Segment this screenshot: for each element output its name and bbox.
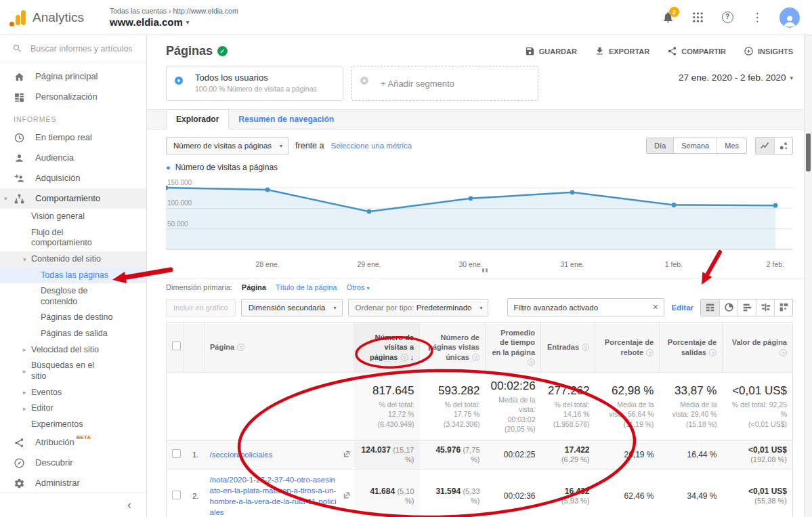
segment-all-users[interactable]: Todos los usuarios 100,00 % Número de vi… (166, 66, 343, 101)
advanced-filter-chip[interactable]: Filtro avanzado activado ✕ (507, 298, 664, 316)
sidebar-item-desglose-de-contenido[interactable]: Desglose de contenido (0, 283, 146, 310)
sidebar-item-paginas-de-salida[interactable]: Páginas de salida (0, 326, 146, 342)
add-segment-button[interactable]: + Añadir segmento (351, 66, 538, 101)
summary-entrances: 277.262% del total: 14,16 % (1.958.576) (541, 373, 595, 440)
column-header-entrances[interactable]: Entradas? (541, 323, 595, 373)
sidebar-item-contenido-del-sitio[interactable]: ▾Contenido del sitio (0, 251, 146, 268)
export-label: EXPORTAR (609, 47, 649, 56)
sidebar-item-flujo-del-comportamiento[interactable]: Flujo del comportamiento (0, 225, 146, 251)
motion-chart-toggle[interactable] (774, 138, 792, 154)
column-header-bounce-rate[interactable]: Porcentaje de rebote? (595, 323, 660, 373)
sidebar-item-paginas-de-destino[interactable]: Páginas de destino (0, 310, 146, 326)
pivot-view-button[interactable] (774, 299, 792, 316)
column-header-pagina[interactable]: Página? (205, 323, 354, 373)
plot-rows-button[interactable]: Incluir en gráfico (166, 299, 236, 316)
timeline-handle[interactable] (479, 268, 490, 272)
help-icon[interactable]: ? (646, 349, 654, 356)
sidebar-item-en-tiempo-real[interactable]: En tiempo real (0, 127, 146, 148)
date-range-picker[interactable]: 27 ene. 2020 - 2 feb. 2020 ▾ (679, 66, 793, 83)
search-input[interactable] (30, 44, 132, 54)
apps-grid-button[interactable] (690, 10, 705, 25)
close-icon[interactable]: ✕ (652, 303, 658, 312)
sidebar-item-administrar[interactable]: Administrar (0, 473, 146, 493)
secondary-dimension-dropdown[interactable]: Dimensión secundaria ▾ (241, 299, 343, 316)
help-icon[interactable]: ? (779, 349, 787, 356)
dimension-otros[interactable]: Otros ▾ (346, 283, 369, 291)
save-icon (525, 46, 535, 56)
sidebar-item-todas-las-paginas[interactable]: Todas las páginas (0, 268, 146, 284)
row-checkbox[interactable] (172, 449, 181, 458)
select-metric-link[interactable]: Seleccione una métrica (331, 142, 412, 150)
notifications-button[interactable]: 2 (660, 10, 675, 25)
help-button[interactable]: ? (720, 10, 735, 25)
sidebar-item-label: Editor (31, 403, 54, 414)
select-all-checkbox[interactable] (172, 342, 181, 350)
scrollbar-thumb[interactable] (806, 133, 811, 171)
admin-icon (14, 478, 25, 489)
primary-metric-dropdown[interactable]: Número de visitas a páginas ▾ (166, 137, 289, 154)
chevron-down-icon: ▾ (280, 143, 282, 149)
account-picker[interactable]: www.eldia.com ▾ (110, 16, 238, 28)
column-header-unique-pageviews[interactable]: Número de páginas vistas únicas? (420, 323, 486, 373)
granularity-dia[interactable]: Día (647, 138, 673, 153)
sidebar-item-vision-general[interactable]: Visión general (0, 209, 146, 225)
more-menu-button[interactable]: ⋮ (750, 10, 765, 25)
sidebar-item-audiencia[interactable]: Audiencia (0, 148, 146, 168)
share-button[interactable]: COMPARTIR (667, 46, 726, 56)
sort-type-dropdown[interactable]: Ordenar por tipo: Predeterminado ▾ (348, 299, 489, 316)
page-link[interactable]: /seccion/policiales (210, 451, 273, 459)
sidebar-search[interactable] (0, 35, 146, 62)
column-header-pageviews[interactable]: Número de visitas a páginas?↓ (354, 323, 420, 373)
dimension-bar: Dimensión primaria: Página Título de la … (147, 278, 812, 296)
page-link[interactable]: /nota/2020-1-27-2-37-40-otro-asesinato-e… (210, 476, 337, 516)
export-button[interactable]: EXPORTAR (595, 46, 649, 56)
row-checkbox[interactable] (172, 491, 181, 499)
help-icon[interactable]: ? (237, 344, 244, 351)
edit-filter-link[interactable]: Editar (671, 304, 693, 312)
performance-view-button[interactable] (738, 299, 756, 316)
insights-button[interactable]: INSIGHTS (744, 46, 793, 56)
sidebar-item-descubrir[interactable]: Descubrir (0, 453, 146, 473)
line-chart-toggle[interactable] (756, 138, 774, 154)
dimension-pagina[interactable]: Página (242, 283, 266, 291)
person-icon (782, 13, 797, 28)
column-header-avg-time[interactable]: Promedio de tiempo en la página? (486, 323, 541, 373)
tab-explorador[interactable]: Explorador (166, 109, 229, 129)
tab-resumen-navegacion[interactable]: Resumen de navegación (229, 110, 343, 129)
sidebar-item-atribucion[interactable]: AtribuciónBETA (0, 432, 146, 453)
table-view-button[interactable] (701, 299, 719, 316)
percentage-view-button[interactable] (719, 299, 738, 316)
sidebar-item-velocidad-del-sitio[interactable]: ▸Velocidad del sitio (0, 342, 146, 358)
column-header-page-value[interactable]: Valor de página? (723, 323, 793, 373)
report-tabs: Explorador Resumen de navegación (147, 109, 812, 129)
sidebar-item-busquedas-en-el-sitio[interactable]: ▸Búsquedas en el sitio (0, 358, 146, 384)
help-icon[interactable]: ? (582, 344, 589, 351)
download-icon (595, 46, 605, 56)
sidebar-item-comportamiento[interactable]: ▾Comportamiento (0, 188, 146, 209)
page-scrollbar[interactable] (804, 35, 812, 517)
comparison-view-button[interactable] (756, 299, 774, 316)
help-icon[interactable]: ? (472, 354, 479, 361)
sidebar-item-pagina-principal[interactable]: Página principal (0, 66, 146, 87)
help-icon[interactable]: ? (528, 358, 535, 366)
granularity-mes[interactable]: Mes (717, 138, 746, 153)
sidebar-item-editor[interactable]: ▸Editor (0, 400, 146, 417)
column-header-exit-rate[interactable]: Porcentaje de salidas? (660, 323, 723, 373)
sidebar-item-experimentos[interactable]: Experimentos (0, 417, 146, 433)
pie-chart-icon (724, 302, 734, 312)
help-icon[interactable]: ? (401, 354, 408, 361)
sidebar-item-eventos[interactable]: ▸Eventos (0, 385, 146, 401)
chevron-right-icon: ▸ (23, 368, 31, 375)
external-link-icon[interactable] (343, 450, 350, 459)
help-icon[interactable]: ? (709, 349, 717, 356)
sidebar-collapse[interactable]: ‹ (0, 493, 146, 517)
save-button[interactable]: GUARDAR (525, 46, 577, 56)
external-link-icon[interactable] (343, 491, 350, 501)
dimension-titulo-pagina[interactable]: Título de la página (276, 283, 337, 291)
sidebar-item-adquisicion[interactable]: Adquisición (0, 168, 146, 188)
traffic-chart: ● Número de visitas a páginas 150.000100… (147, 159, 812, 271)
granularity-semana[interactable]: Semana (673, 138, 717, 153)
avatar[interactable] (779, 7, 800, 28)
sidebar-item-label: Audiencia (35, 152, 74, 163)
sidebar-item-personalizacion[interactable]: Personalización (0, 87, 146, 107)
